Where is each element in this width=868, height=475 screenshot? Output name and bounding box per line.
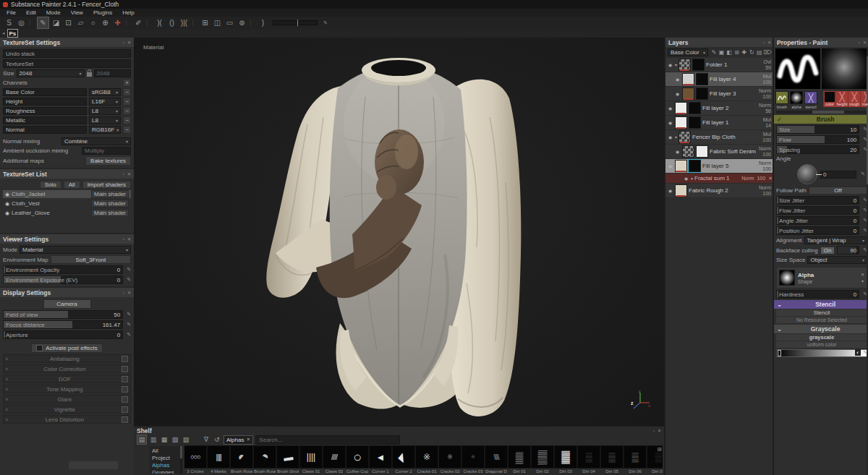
reset-filters-icon[interactable]: ↺ — [213, 435, 221, 444]
panel-close-icon[interactable]: ✕ — [863, 40, 867, 45]
layer-row-fill-layer-2[interactable]: ◉ Fill layer 2 Norm56 — [665, 101, 774, 116]
add-effect-icon[interactable]: ✎ — [711, 48, 717, 56]
symmetry-c-icon[interactable]: )|( — [179, 17, 190, 28]
mask-thumbnail[interactable] — [692, 59, 705, 71]
size-space-dropdown[interactable]: Object — [807, 256, 867, 264]
environment-exposure-slider[interactable]: Environment Exposure (EV) 0 — [3, 275, 123, 284]
alpha-thumbnail[interactable] — [779, 270, 795, 286]
layer-thumbnail[interactable] — [675, 184, 687, 197]
axis-gizmo[interactable]: y x z — [629, 390, 651, 412]
edit-value-icon[interactable]: ✎ — [127, 332, 131, 338]
alpha-expand-icon[interactable]: ▾ — [861, 278, 864, 283]
channel-rough[interactable]: rough — [848, 91, 860, 107]
post-effects-checkbox[interactable] — [36, 345, 43, 351]
collapse-icon[interactable]: ◂ — [2, 30, 5, 36]
main-shader-button[interactable]: Main shader — [91, 209, 129, 217]
pen-tool-icon[interactable]: ✐ — [133, 17, 144, 28]
expand-icon[interactable]: › — [6, 356, 8, 362]
add-fill-layer-icon[interactable]: ⊞ — [733, 48, 739, 56]
channel-filter-dropdown[interactable]: Base Color — [668, 48, 708, 56]
blend-mode[interactable]: Ovl — [764, 59, 772, 65]
burn-layers-icon[interactable]: ▤ — [757, 48, 762, 56]
export-resource-icon[interactable]: ▦ — [160, 435, 169, 444]
blend-mode[interactable]: Norm — [741, 176, 754, 181]
visibility-icon[interactable]: ◉ — [5, 210, 9, 216]
polygon-fill-tool-icon[interactable]: ▱ — [75, 17, 86, 28]
layer-opacity[interactable]: 59 — [765, 65, 771, 71]
brush-section-header[interactable]: ✓ Brush — [774, 115, 868, 124]
brush-mode-thumb[interactable]: brush — [775, 91, 788, 109]
mask-thumbnail[interactable] — [696, 87, 708, 100]
layer-row-fabric-rough-2[interactable]: ◉ Fabric Rough 2 Norm100 — [665, 184, 774, 198]
layer-thumbnail[interactable] — [678, 59, 691, 71]
visibility-icon[interactable]: ◉ — [5, 192, 9, 197]
textureset-bar[interactable]: TextureSet — [3, 59, 131, 68]
visibility-icon[interactable]: ◉ — [5, 201, 9, 207]
shelf-item[interactable]: ░Dirt 04 — [578, 445, 600, 475]
shelf-item[interactable]: ◐Brush Rotat... — [254, 445, 276, 475]
textureset-row[interactable]: ◉ Leather_Glove Main shader — [3, 209, 131, 217]
panel-close-icon[interactable]: ✕ — [127, 40, 131, 45]
panel-close-icon[interactable]: ✕ — [127, 290, 131, 295]
category-alphas[interactable]: Alphas — [152, 462, 181, 469]
shelf-item[interactable]: ▒Dirt 02 — [532, 445, 553, 475]
layer-row-fill-layer-5[interactable]: ◉ Fill layer 5 Norm100 — [665, 159, 774, 174]
categories-scrollbar[interactable] — [180, 446, 182, 474]
category-all[interactable]: All — [152, 448, 181, 455]
brush-spacing-slider[interactable]: Spacing 20 — [776, 145, 859, 154]
layer-opacity[interactable]: 14 — [765, 123, 771, 129]
effect-row-lens-distortion[interactable]: › Lens Distortion — [3, 415, 131, 424]
projection-tool-icon[interactable]: ⊡ — [63, 17, 74, 28]
channel-format-dropdown[interactable]: L16F — [89, 98, 121, 106]
mask-thumbnail[interactable] — [696, 145, 708, 158]
panel-float-icon[interactable]: ▫ — [123, 172, 124, 176]
layer-thumbnail[interactable] — [675, 160, 687, 172]
shelf-library-icon[interactable]: ▤ — [137, 435, 147, 445]
flow-jitter-slider[interactable]: Flow Jitter 0 — [776, 206, 859, 215]
position-jitter-slider[interactable]: Position Jitter 0 — [776, 226, 859, 235]
add-mask-icon[interactable]: ◧ — [726, 48, 732, 56]
layer-row-fill-layer-3[interactable]: ◉ Fill layer 3 Norm100 — [665, 87, 774, 101]
visibility-eye-icon[interactable]: ◉ — [667, 106, 673, 111]
viewport-3d[interactable]: Material — [134, 38, 664, 425]
layer-opacity[interactable]: 100 — [762, 152, 771, 158]
folder-caret-icon[interactable]: ▾ — [675, 62, 677, 67]
invert-icon[interactable]: ◐ — [855, 349, 861, 356]
expand-icon[interactable]: › — [6, 406, 8, 413]
all-button[interactable]: All — [64, 181, 80, 189]
viewport-mode-label[interactable]: Material — [143, 44, 163, 51]
shelf-item[interactable]: ◄Corner 1 — [370, 445, 391, 475]
thumbnail-size-icon[interactable]: ⊞ — [657, 446, 662, 453]
menu-plugins[interactable]: Plugins — [88, 9, 117, 16]
channel-format-dropdown[interactable]: L8 — [89, 107, 121, 115]
panel-close-icon[interactable]: ✕ — [658, 428, 661, 433]
activate-post-effects-button[interactable]: Activate post effects — [31, 343, 102, 353]
camera-toggle-icon[interactable]: ⊚ — [237, 17, 247, 28]
alpha-icon[interactable] — [790, 91, 803, 104]
panel-close-icon[interactable]: ✕ — [127, 236, 131, 241]
menu-edit[interactable]: Edit — [21, 9, 41, 16]
expand-icon[interactable]: › — [6, 386, 8, 393]
visibility-eye-icon[interactable]: ◉ — [683, 176, 689, 181]
visibility-eye-icon[interactable]: ◉ — [667, 120, 673, 125]
visibility-eye-icon[interactable]: ◉ — [674, 91, 681, 96]
blend-mode[interactable]: Mul — [763, 117, 771, 123]
add-paint-layer-icon[interactable]: ✚ — [741, 48, 747, 56]
blend-mode[interactable]: Norm — [759, 161, 771, 166]
remove-channel-button[interactable]: − — [123, 98, 131, 106]
backface-angle-slider[interactable]: 90 — [837, 246, 859, 254]
layer-row-fencer-bip-cloth[interactable]: ◉ ▾ Fencer Bip Cloth Mul100 — [665, 130, 774, 145]
layer-row-fill-layer-1[interactable]: ◉ Fill layer 1 Mul14 — [665, 116, 774, 130]
import-resource-icon[interactable]: ▥ — [149, 435, 158, 444]
layer-thumbnail[interactable] — [675, 102, 687, 114]
folder-view-icon[interactable]: ▧ — [171, 435, 179, 444]
visibility-eye-icon[interactable]: ◉ — [667, 62, 673, 67]
layer-opacity[interactable]: 100 — [762, 191, 771, 197]
panel-float-icon[interactable]: ▫ — [123, 40, 124, 45]
angle-jitter-slider[interactable]: Angle Jitter 0 — [776, 216, 859, 225]
grayscale-name-bar[interactable]: grayscale — [776, 334, 867, 341]
shelf-item[interactable]: ▬Brush Strok... — [277, 445, 299, 475]
visibility-eye-icon[interactable]: ◉ — [667, 134, 673, 140]
toolbar-slider[interactable] — [273, 20, 318, 25]
eraser-tool-icon[interactable]: ◪ — [51, 17, 61, 28]
